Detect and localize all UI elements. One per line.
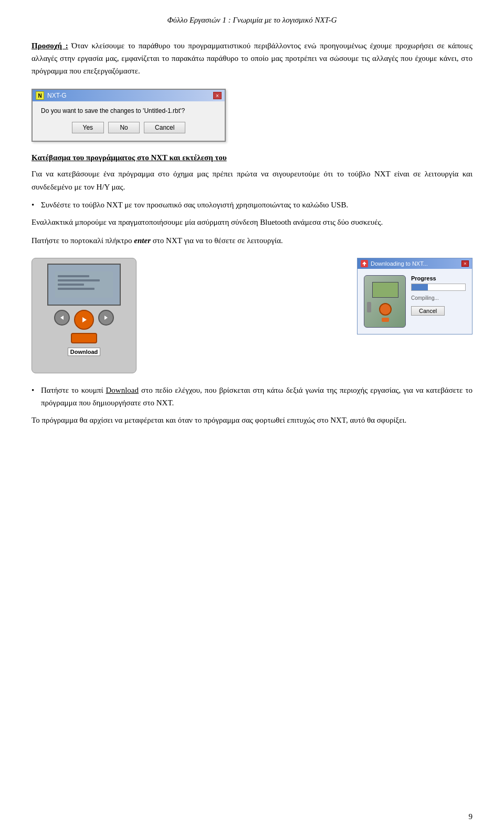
dialog-title: N NXT-G xyxy=(36,91,67,100)
nxt-right-btn xyxy=(98,310,114,326)
bottom-paragraph-2: Το πρόγραμμα θα αρχίσει να μεταφέρεται κ… xyxy=(32,414,472,427)
page-number: 9 xyxy=(469,812,473,821)
right-arrow-icon xyxy=(103,315,109,320)
dialog-no-button[interactable]: No xyxy=(108,122,140,133)
dialog-app-icon: N xyxy=(36,91,44,100)
play-icon xyxy=(80,316,88,323)
svg-marker-7 xyxy=(104,316,108,320)
left-arrow-icon xyxy=(59,315,65,320)
dialog-message: Do you want to save the changes to 'Unti… xyxy=(41,107,216,116)
dialog-cancel-button[interactable]: Cancel xyxy=(144,122,185,133)
downloading-body: Progress Compiling... Cancel xyxy=(358,269,472,334)
section-heading: Κατέβασμα του προγράμματος στο ΝΧΤ και ε… xyxy=(32,153,472,162)
body-paragraph-2: Εναλλακτικά μπορούμε να πραγματοποιήσουμ… xyxy=(32,216,472,229)
device-small-btn xyxy=(382,318,389,322)
downloading-title-text: Downloading to NXT... xyxy=(371,260,428,267)
svg-rect-1 xyxy=(58,275,89,277)
attention-label: Προσοχή : xyxy=(32,41,68,50)
save-dialog: N NXT-G × Do you want to save the change… xyxy=(32,89,226,142)
downloading-dialog: Downloading to NXT... × Progress Compili… xyxy=(357,258,472,334)
progress-subtext: Compiling... xyxy=(411,295,466,301)
nxt-play-button xyxy=(74,310,94,330)
svg-rect-2 xyxy=(58,279,100,281)
svg-rect-4 xyxy=(58,288,94,290)
page-header: Φύλλο Εργασιών 1 : Γνωριμία με το λογισμ… xyxy=(32,16,472,25)
bullet-item-1: Συνδέστε το τούβλο ΝΧΤ με τον προσωπικό … xyxy=(32,198,472,212)
nxt-button-row xyxy=(54,310,114,330)
device-screen-small xyxy=(372,282,398,298)
download-label: Download xyxy=(68,348,101,356)
attention-section: Προσοχή : Όταν κλείσουμε το παράθυρο του… xyxy=(32,39,472,77)
body-para3-text: Πατήστε το πορτοκαλί πλήκτρο xyxy=(32,236,134,245)
downloading-close-button[interactable]: × xyxy=(461,260,469,267)
downloading-info: Progress Compiling... Cancel xyxy=(411,275,466,316)
device-orange-btn xyxy=(379,303,392,316)
header-title: Φύλλο Εργασιών 1 : Γνωριμία με το λογισμ… xyxy=(167,16,337,24)
bottom-bullet-1: Πατήστε το κουμπί Download στο πεδίο ελέ… xyxy=(32,384,472,410)
dialog-title-text: NXT-G xyxy=(47,92,67,99)
dialog-buttons: Yes No Cancel xyxy=(41,122,216,133)
nxt-left-btn xyxy=(54,310,70,326)
body-paragraph-3: Πατήστε το πορτοκαλί πλήκτρο enter στο Ν… xyxy=(32,234,472,247)
svg-marker-8 xyxy=(362,261,366,266)
download-arrow-icon xyxy=(362,261,367,266)
body-paragraph-1: Για να κατεβάσουμε ένα πρόγραμμα στο όχη… xyxy=(32,168,472,194)
downloading-title-left: Downloading to NXT... xyxy=(361,260,428,267)
bullet-text-1: Συνδέστε το τούβλο ΝΧΤ με τον προσωπικό … xyxy=(41,201,348,209)
downloading-cancel-button[interactable]: Cancel xyxy=(411,306,445,316)
downloading-titlebar: Downloading to NXT... × xyxy=(358,258,472,269)
svg-rect-3 xyxy=(58,284,84,286)
bottom-text-section: Πατήστε το κουμπί Download στο πεδίο ελέ… xyxy=(32,384,472,427)
dialog-close-button[interactable]: × xyxy=(213,92,222,99)
nxt-download-button[interactable] xyxy=(71,333,97,343)
body-para3-cont: στο ΝΧΤ για να το θέσετε σε λειτουργία. xyxy=(151,236,283,245)
downloading-app-icon xyxy=(361,260,368,267)
nxt-device-thumbnail xyxy=(364,275,406,328)
progress-label: Progress xyxy=(411,275,466,281)
svg-marker-6 xyxy=(82,317,87,322)
nxt-screen xyxy=(47,264,121,306)
body-para3-bold: enter xyxy=(134,236,151,245)
download-code-text: Download xyxy=(106,386,139,394)
screen-dots-svg xyxy=(52,269,116,300)
bottom-text-1a: Πατήστε το κουμπί xyxy=(41,386,106,394)
progress-bar xyxy=(411,284,466,291)
dialog-yes-button[interactable]: Yes xyxy=(72,122,104,133)
attention-text: Όταν κλείσουμε το παράθυρο του προγραμμα… xyxy=(32,41,472,75)
progress-fill xyxy=(412,284,428,290)
dialog-titlebar: N NXT-G × xyxy=(33,90,225,101)
nxt-controller-image: Download xyxy=(32,258,136,373)
device-port xyxy=(367,302,371,312)
svg-marker-5 xyxy=(60,316,64,320)
images-row: Download Downloading to NXT... × xyxy=(32,258,472,373)
